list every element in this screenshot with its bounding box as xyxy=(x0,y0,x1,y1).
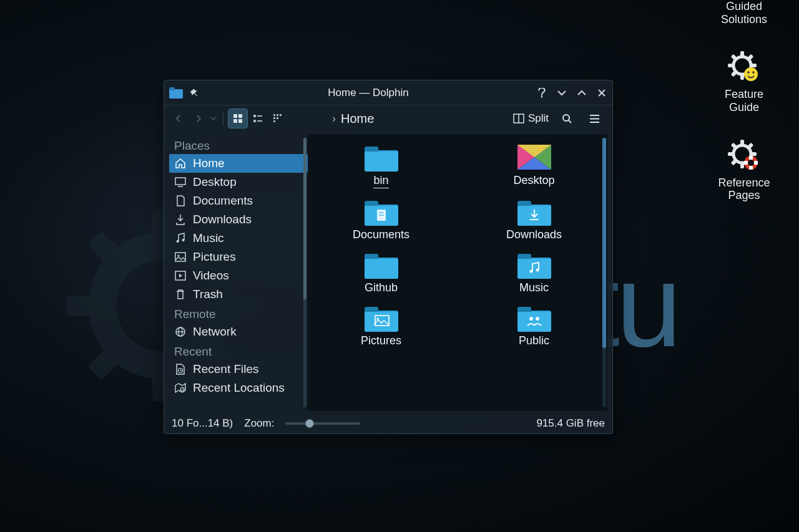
history-dropdown[interactable] xyxy=(209,109,218,128)
sidebar-item-recent-locations[interactable]: Recent Locations xyxy=(169,379,308,397)
file-item-downloads[interactable]: Downloads xyxy=(486,197,582,241)
picture-icon xyxy=(174,251,187,263)
svg-point-54 xyxy=(563,115,569,121)
sidebar-item-label: Home xyxy=(193,157,225,170)
file-item-desktop[interactable]: Desktop xyxy=(486,143,582,188)
file-item-github[interactable]: Github xyxy=(333,250,429,294)
sidebar-heading: Recent xyxy=(169,341,308,360)
recent-locations-icon xyxy=(174,382,187,394)
status-bar: 10 Fo...14 B) Zoom: 915.4 GiB free xyxy=(164,414,612,433)
svg-rect-34 xyxy=(744,161,748,165)
svg-point-61 xyxy=(177,240,179,243)
sidebar-item-label: Network xyxy=(193,325,237,339)
file-label: Public xyxy=(519,334,549,347)
folder-icon xyxy=(363,143,400,172)
file-item-bin[interactable]: bin xyxy=(333,143,429,188)
download-icon xyxy=(174,213,187,226)
view-icons-button[interactable] xyxy=(228,109,247,128)
sidebar-item-label: Desktop xyxy=(193,175,237,189)
titlebar[interactable]: Home — Dolphin xyxy=(164,80,612,105)
maximize-button[interactable] xyxy=(576,87,587,99)
help-button[interactable] xyxy=(536,87,547,99)
svg-rect-3 xyxy=(66,296,102,316)
minimize-button[interactable] xyxy=(556,87,567,99)
sidebar-item-label: Documents xyxy=(193,194,253,208)
svg-rect-46 xyxy=(273,114,275,116)
pin-icon[interactable] xyxy=(189,87,200,99)
content-scrollbar[interactable] xyxy=(602,138,606,407)
view-compact-button[interactable] xyxy=(248,109,267,128)
svg-rect-45 xyxy=(257,120,262,122)
svg-rect-43 xyxy=(257,115,262,117)
sidebar-item-pictures[interactable]: Pictures xyxy=(169,248,308,266)
menu-button[interactable] xyxy=(585,109,604,128)
svg-rect-12 xyxy=(728,64,734,67)
sidebar-item-label: Trash xyxy=(193,288,223,301)
sidebar-item-home[interactable]: Home xyxy=(169,154,308,173)
file-item-pictures[interactable]: Pictures xyxy=(333,303,429,347)
svg-rect-35 xyxy=(754,161,758,165)
file-label: Desktop xyxy=(513,174,554,187)
sidebar-heading: Remote xyxy=(169,304,308,322)
desktop-shortcut-guided-solutions[interactable]: Guided Solutions xyxy=(721,0,767,26)
svg-point-20 xyxy=(752,72,755,74)
sidebar-item-desktop[interactable]: Desktop xyxy=(169,173,308,191)
sidebar-item-label: Downloads xyxy=(193,213,252,226)
svg-rect-103 xyxy=(517,312,551,332)
svg-rect-50 xyxy=(277,117,278,119)
svg-rect-90 xyxy=(365,259,398,279)
svg-point-94 xyxy=(529,270,532,273)
folder-icon xyxy=(516,303,552,332)
sidebar-scrollbar[interactable] xyxy=(303,138,306,407)
sidebar-heading: Places xyxy=(169,135,308,154)
sidebar-item-downloads[interactable]: Downloads xyxy=(169,210,308,229)
sidebar-item-network[interactable]: Network xyxy=(169,322,308,341)
svg-rect-63 xyxy=(175,253,185,261)
file-item-documents[interactable]: Documents xyxy=(333,197,429,241)
file-item-public[interactable]: Public xyxy=(486,303,582,347)
svg-rect-39 xyxy=(238,114,242,118)
svg-rect-23 xyxy=(740,162,744,168)
home-icon xyxy=(174,157,187,170)
svg-point-105 xyxy=(536,317,539,321)
forward-button[interactable] xyxy=(189,109,208,128)
svg-point-19 xyxy=(747,72,750,74)
sidebar-item-trash[interactable]: Trash xyxy=(169,285,308,304)
breadcrumb-chevron-icon: › xyxy=(332,112,336,125)
svg-point-95 xyxy=(536,269,539,272)
file-item-music[interactable]: Music xyxy=(486,250,582,294)
search-button[interactable] xyxy=(557,109,576,128)
address-bar[interactable]: › Home xyxy=(332,112,512,126)
desktop-shortcut-reference-pages[interactable]: Reference Pages xyxy=(718,139,770,202)
separator xyxy=(223,111,223,126)
shortcut-label: Reference Pages xyxy=(718,177,770,202)
sidebar-item-recent-files[interactable]: Recent Files xyxy=(169,360,308,379)
svg-point-18 xyxy=(744,67,758,81)
svg-rect-49 xyxy=(273,117,275,119)
svg-rect-44 xyxy=(253,120,256,122)
svg-rect-73 xyxy=(365,152,398,172)
folder-icon xyxy=(516,197,552,226)
svg-rect-25 xyxy=(750,152,757,156)
zoom-slider[interactable] xyxy=(285,422,360,425)
sidebar-item-documents[interactable]: Documents xyxy=(169,191,308,210)
back-button[interactable] xyxy=(169,109,188,128)
network-icon xyxy=(174,326,187,338)
file-label: Documents xyxy=(353,228,409,241)
svg-rect-47 xyxy=(277,114,278,116)
sidebar-item-label: Videos xyxy=(193,269,229,283)
svg-rect-33 xyxy=(749,166,753,170)
sidebar-item-label: Music xyxy=(193,231,224,245)
desktop-shortcut-feature-guide[interactable]: Feature Guide xyxy=(725,51,763,114)
split-button[interactable]: Split xyxy=(513,112,549,125)
sidebar-item-videos[interactable]: Videos xyxy=(169,266,308,285)
sidebar-item-label: Recent Files xyxy=(193,362,259,376)
split-label: Split xyxy=(528,112,549,125)
desktop-icon xyxy=(174,176,187,188)
folder-icon xyxy=(516,250,552,279)
svg-rect-93 xyxy=(517,259,551,279)
sidebar-item-music[interactable]: Music xyxy=(169,229,308,248)
close-button[interactable] xyxy=(596,87,607,99)
view-details-button[interactable] xyxy=(268,109,287,128)
status-count: 10 Fo...14 B) xyxy=(172,417,233,430)
